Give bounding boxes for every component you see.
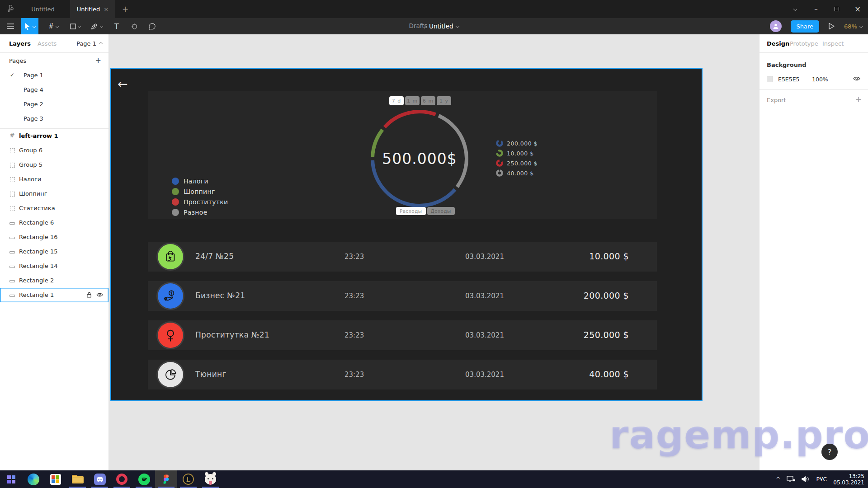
layers-panel: Layers Assets Page 1 Pages + ✓ Page 1 Pa… xyxy=(0,34,109,470)
taskbar-opera-gx[interactable] xyxy=(111,470,133,488)
layer-item-rectangle[interactable]: Rectangle 14 xyxy=(0,259,108,273)
page-item-4[interactable]: Page 4 xyxy=(0,83,108,97)
eye-icon[interactable] xyxy=(853,76,860,81)
chevron-down-icon[interactable] xyxy=(456,24,459,28)
share-button[interactable]: Share xyxy=(791,20,820,33)
legend-item[interactable]: 200.000 $ xyxy=(496,140,538,147)
taskbar-league-of-legends[interactable]: L xyxy=(177,470,199,488)
legend-item[interactable]: Разное xyxy=(172,209,228,216)
chevron-down-icon[interactable] xyxy=(100,24,103,28)
taskbar-file-explorer[interactable] xyxy=(66,470,89,488)
layer-item-group[interactable]: Group 6 xyxy=(0,143,108,158)
chevron-down-icon[interactable] xyxy=(56,24,59,28)
layer-item-rectangle[interactable]: Rectangle 6 xyxy=(0,216,108,230)
tab-layers[interactable]: Layers xyxy=(9,40,31,47)
toggle-expenses[interactable]: Расходы xyxy=(396,207,426,215)
layer-item-group[interactable]: Статистика xyxy=(0,201,108,216)
back-arrow-icon[interactable]: ← xyxy=(118,77,128,91)
page-selector[interactable]: Page 1 xyxy=(76,40,102,47)
layer-item-group[interactable]: Налоги xyxy=(0,172,108,187)
start-button[interactable] xyxy=(0,470,22,488)
page-name: Page 3 xyxy=(24,115,43,122)
layer-item-group[interactable]: Шоппинг xyxy=(0,187,108,201)
background-opacity-value[interactable]: 100% xyxy=(812,76,828,83)
layer-name: Rectangle 15 xyxy=(19,248,57,255)
file-tab-active[interactable]: Untitled × xyxy=(70,0,115,18)
language-indicator[interactable]: РУС xyxy=(816,476,827,483)
network-icon[interactable] xyxy=(787,476,795,483)
legend-label: Шоппинг xyxy=(184,188,215,195)
legend-item[interactable]: Налоги xyxy=(172,178,228,185)
speaker-icon[interactable] xyxy=(802,476,810,483)
donut-segment xyxy=(385,112,436,127)
transaction-time: 23:23 xyxy=(344,253,364,261)
layer-item-rectangle[interactable]: Rectangle 15 xyxy=(0,244,108,259)
background-hex-value[interactable]: E5E5E5 xyxy=(778,76,800,83)
text-tool-button[interactable]: T xyxy=(110,18,123,34)
transaction-row[interactable]: Бизнес №21 23:23 03.03.2021 200.000 $ xyxy=(148,281,657,311)
taskbar-poro-app[interactable] xyxy=(199,470,222,488)
rectangle-icon xyxy=(9,251,15,253)
background-section: Background E5E5E5 100% xyxy=(760,53,868,90)
breadcrumb-file-name[interactable]: Untitled xyxy=(429,23,453,30)
close-button[interactable]: × xyxy=(847,0,868,18)
legend-item[interactable]: Шоппинг xyxy=(172,188,228,195)
layer-item-rectangle[interactable]: Rectangle 16 xyxy=(0,230,108,244)
taskbar-spotify[interactable] xyxy=(133,470,155,488)
eye-icon[interactable] xyxy=(96,292,103,297)
maximize-button[interactable] xyxy=(826,0,847,18)
page-item-1[interactable]: ✓ Page 1 xyxy=(0,68,108,83)
add-export-button[interactable]: + xyxy=(855,95,862,104)
taskbar-discord[interactable] xyxy=(89,470,111,488)
legend-item[interactable]: 250.000 $ xyxy=(496,160,538,167)
comment-tool-button[interactable] xyxy=(145,18,159,34)
main-menu-button[interactable] xyxy=(4,18,17,34)
transaction-row[interactable]: Тюнинг 23:23 03.03.2021 40.000 $ xyxy=(148,360,657,389)
clock[interactable]: 13:25 05.03.2021 xyxy=(833,473,864,486)
zoom-level-control[interactable]: 68% xyxy=(844,23,863,30)
legend-item[interactable]: 40.000 $ xyxy=(496,169,538,177)
layer-item-rectangle-selected[interactable]: Rectangle 1 xyxy=(0,288,108,302)
layer-item-group[interactable]: Group 5 xyxy=(0,158,108,172)
chevron-down-icon[interactable] xyxy=(77,24,80,28)
breadcrumb-folder[interactable]: Drafts xyxy=(409,22,421,31)
tab-design[interactable]: Design xyxy=(767,40,789,47)
tray-expand-chevron-icon[interactable]: ^ xyxy=(776,476,780,483)
layer-item-frame[interactable]: # left-arrow 1 xyxy=(0,129,108,143)
legend-item[interactable]: Проститутки xyxy=(172,198,228,206)
transaction-row[interactable]: 24/7 №25 23:23 03.03.2021 10.000 $ xyxy=(148,242,657,272)
taskbar-microsoft-store[interactable] xyxy=(44,470,66,488)
transaction-row[interactable]: Проститутка №21 23:23 03.03.2021 250.000… xyxy=(148,320,657,350)
avatar[interactable] xyxy=(770,20,782,32)
transaction-date: 03.03.2021 xyxy=(453,253,516,261)
window-menu-chevron-icon[interactable] xyxy=(785,0,806,18)
present-play-icon[interactable] xyxy=(828,23,835,30)
pages-header-label: Pages xyxy=(9,57,26,64)
pen-tool-button[interactable] xyxy=(89,18,105,34)
minimize-button[interactable]: – xyxy=(806,0,826,18)
tab-inspect[interactable]: Inspect xyxy=(822,40,844,47)
legend-item[interactable]: 10.000 $ xyxy=(496,150,538,157)
page-item-2[interactable]: Page 2 xyxy=(0,97,108,112)
design-frame-left-arrow-1[interactable]: ← 7 d 1 m 6 m 1 y 500.000$ 200.000 $ 10.… xyxy=(111,69,702,400)
chevron-down-icon[interactable] xyxy=(32,24,35,28)
new-tab-button[interactable]: + xyxy=(118,0,132,18)
tab-assets[interactable]: Assets xyxy=(38,40,57,47)
taskbar-figma-active[interactable] xyxy=(155,470,177,488)
legend-value: 40.000 $ xyxy=(507,170,534,177)
frame-tool-button[interactable]: # xyxy=(45,18,61,34)
tab-prototype[interactable]: Prototype xyxy=(790,40,818,47)
page-item-3[interactable]: Page 3 xyxy=(0,112,108,126)
toggle-income[interactable]: Доходы xyxy=(427,207,455,215)
add-page-button[interactable]: + xyxy=(95,56,101,65)
file-tab-inactive[interactable]: Untitled xyxy=(18,0,68,18)
help-button[interactable]: ? xyxy=(821,444,838,460)
layer-item-rectangle[interactable]: Rectangle 2 xyxy=(0,273,108,288)
taskbar-edge[interactable] xyxy=(22,470,44,488)
move-tool-button[interactable] xyxy=(21,18,38,34)
unlock-icon[interactable] xyxy=(87,292,92,298)
hand-tool-button[interactable] xyxy=(127,18,141,34)
close-tab-icon[interactable]: × xyxy=(104,6,108,13)
shape-tool-button[interactable] xyxy=(67,18,83,34)
color-swatch[interactable] xyxy=(767,76,773,82)
